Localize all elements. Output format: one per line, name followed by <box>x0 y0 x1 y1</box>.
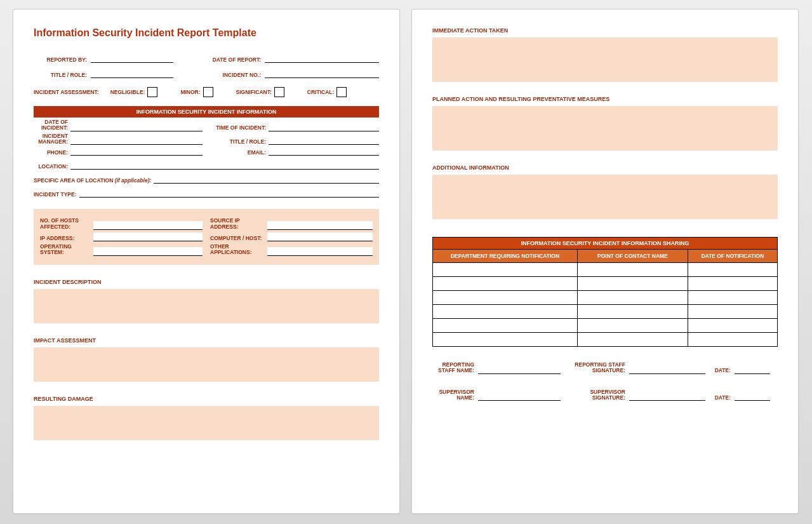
page-2: IMMEDIATE ACTION TAKEN PLANNED ACTION AN… <box>411 9 799 514</box>
reporting-staff-sig-label: REPORTING STAFF SIGNATURE: <box>564 362 625 374</box>
other-apps-input[interactable] <box>267 247 373 256</box>
phone-label: PHONE: <box>34 150 68 156</box>
reporting-staff-name-label: REPORTING STAFF NAME: <box>432 362 474 374</box>
info-row-3: PHONE: EMAIL: <box>34 147 379 156</box>
source-ip-input[interactable] <box>267 221 373 230</box>
hosts-affected-input[interactable] <box>93 221 203 230</box>
info-title-role-input[interactable] <box>269 136 379 145</box>
table-row[interactable] <box>433 305 778 319</box>
table-row[interactable] <box>433 291 778 305</box>
email-label: EMAIL: <box>210 150 266 156</box>
date-label-2: DATE: <box>709 395 731 401</box>
table-row[interactable] <box>433 277 778 291</box>
reported-by-input[interactable] <box>91 54 173 63</box>
incident-manager-label: INCIDENT MANAGER: <box>34 133 68 145</box>
other-apps-label: OTHER APPLICATIONS: <box>210 244 265 256</box>
minor-checkbox[interactable] <box>203 87 213 97</box>
negligible-checkbox[interactable] <box>147 87 157 97</box>
info-row-2: INCIDENT MANAGER: TITLE / ROLE: <box>34 133 379 145</box>
critical-checkbox[interactable] <box>336 87 347 97</box>
incident-type-row: INCIDENT TYPE: <box>34 189 379 198</box>
operating-system-label: OPERATING SYSTEM: <box>40 244 91 256</box>
signature-row-2: SUPERVISOR NAME: SUPERVISOR SIGNATURE: D… <box>432 389 778 401</box>
immediate-action-box[interactable] <box>432 37 778 82</box>
assessment-critical: CRITICAL: <box>307 87 347 97</box>
incident-description-label: INCIDENT DESCRIPTION <box>34 279 379 285</box>
phone-input[interactable] <box>70 147 203 156</box>
incident-description-box[interactable] <box>34 289 379 323</box>
info-row-1: DATE OF INCIDENT: TIME OF INCIDENT: <box>34 119 379 131</box>
assessment-negligible: NEGLIGIBLE: <box>110 87 158 97</box>
assessment-label: INCIDENT ASSESSMENT: <box>34 89 99 95</box>
impact-assessment-box[interactable] <box>34 347 379 382</box>
supervisor-sig-label: SUPERVISOR SIGNATURE: <box>564 389 625 401</box>
incident-no-input[interactable] <box>265 69 379 78</box>
tech-details-box: NO. OF HOSTS AFFECTED: SOURCE IP ADDRESS… <box>34 209 379 264</box>
date-of-incident-input[interactable] <box>70 123 203 131</box>
table-row[interactable] <box>433 319 778 333</box>
computer-host-input[interactable] <box>267 232 373 241</box>
table-row[interactable] <box>433 333 778 347</box>
planned-action-label: PLANNED ACTION AND RESULTING PREVENTATIV… <box>432 96 778 102</box>
reporting-staff-name-input[interactable] <box>478 365 561 374</box>
immediate-action-label: IMMEDIATE ACTION TAKEN <box>432 27 778 34</box>
location-row: LOCATION: <box>34 161 379 170</box>
sharing-col-date: DATE OF NOTIFICATION <box>688 250 777 263</box>
source-ip-label: SOURCE IP ADDRESS: <box>210 218 265 230</box>
incident-no-label: INCIDENT NO.: <box>204 72 261 78</box>
additional-info-label: ADDITIONAL INFORMATION <box>432 165 778 171</box>
date-label-1: DATE: <box>709 368 731 373</box>
ip-address-label: IP ADDRESS: <box>40 236 91 241</box>
assessment-row: INCIDENT ASSESSMENT: NEGLIGIBLE: MINOR: … <box>34 87 379 97</box>
location-input[interactable] <box>70 161 379 170</box>
info-section-bar: INFORMATION SECURITY INCIDENT INFORMATIO… <box>34 106 379 118</box>
planned-action-box[interactable] <box>432 106 778 151</box>
document-title: Information Security Incident Report Tem… <box>34 27 379 39</box>
date-of-incident-label: DATE OF INCIDENT: <box>34 119 68 131</box>
assessment-significant: SIGNIFICANT: <box>236 87 284 97</box>
supervisor-name-label: SUPERVISOR NAME: <box>432 389 474 401</box>
sharing-header-bar: INFORMATION SECURITY INCIDENT INFORMATIO… <box>432 237 778 249</box>
email-input[interactable] <box>269 147 379 156</box>
impact-assessment-label: IMPACT ASSESSMENT <box>34 337 379 344</box>
date-of-report-input[interactable] <box>265 54 379 63</box>
header-row-2: TITLE / ROLE: INCIDENT NO.: <box>34 69 379 78</box>
significant-checkbox[interactable] <box>274 87 284 97</box>
significant-label: SIGNIFICANT: <box>236 89 272 95</box>
sharing-col-dept: DEPARTMENT REQUIRING NOTIFICATION <box>433 250 578 263</box>
resulting-damage-box[interactable] <box>34 406 379 440</box>
critical-label: CRITICAL: <box>307 89 335 95</box>
time-of-incident-input[interactable] <box>269 123 379 131</box>
reporting-staff-sig-input[interactable] <box>629 365 705 374</box>
specific-area-label: SPECIFIC AREA OF LOCATION (if applicable… <box>34 177 151 184</box>
computer-host-label: COMPUTER / HOST: <box>210 236 265 241</box>
supervisor-sig-input[interactable] <box>629 392 705 401</box>
specific-area-row: SPECIFIC AREA OF LOCATION (if applicable… <box>34 175 379 184</box>
reported-by-label: REPORTED BY: <box>43 57 87 63</box>
resulting-damage-label: RESULTING DAMAGE <box>34 396 379 402</box>
incident-type-input[interactable] <box>79 189 379 198</box>
incident-type-label: INCIDENT TYPE: <box>34 191 77 198</box>
operating-system-input[interactable] <box>93 247 203 256</box>
date-input-2[interactable] <box>735 392 770 401</box>
title-role-input[interactable] <box>91 69 173 78</box>
info-title-role-label: TITLE / ROLE: <box>210 139 266 145</box>
table-row[interactable] <box>433 263 778 277</box>
sharing-table: DEPARTMENT REQUIRING NOTIFICATION POINT … <box>432 249 778 347</box>
specific-area-input[interactable] <box>154 175 379 184</box>
tech-row-2: IP ADDRESS: COMPUTER / HOST: <box>40 232 373 241</box>
ip-address-input[interactable] <box>93 232 203 241</box>
date-input-1[interactable] <box>735 365 770 374</box>
additional-info-box[interactable] <box>432 175 778 219</box>
signature-row-1: REPORTING STAFF NAME: REPORTING STAFF SI… <box>432 362 778 374</box>
date-of-report-label: DATE OF REPORT: <box>204 57 261 63</box>
header-row-1: REPORTED BY: DATE OF REPORT: <box>34 54 379 63</box>
time-of-incident-label: TIME OF INCIDENT: <box>210 125 266 131</box>
supervisor-name-input[interactable] <box>478 392 561 401</box>
hosts-affected-label: NO. OF HOSTS AFFECTED: <box>40 218 91 230</box>
page-1: Information Security Incident Report Tem… <box>13 9 400 514</box>
tech-row-3: OPERATING SYSTEM: OTHER APPLICATIONS: <box>40 244 373 256</box>
tech-row-1: NO. OF HOSTS AFFECTED: SOURCE IP ADDRESS… <box>40 218 373 230</box>
incident-manager-input[interactable] <box>70 136 203 145</box>
assessment-minor: MINOR: <box>180 87 213 97</box>
